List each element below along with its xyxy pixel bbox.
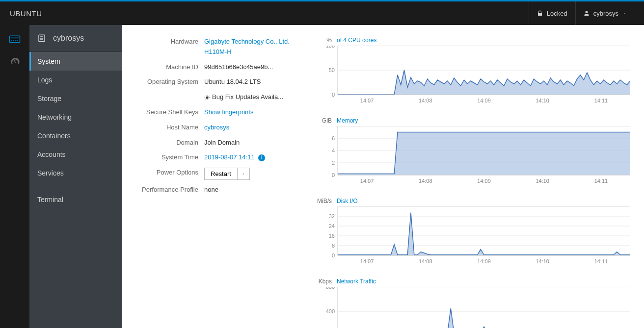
svg-point-9 xyxy=(206,96,209,99)
svg-text:14:10: 14:10 xyxy=(536,178,549,184)
chart-network-traffic: KbpsNetwork Traffic040080014:0714:0814:0… xyxy=(316,278,626,328)
locked-label: Locked xyxy=(547,10,567,17)
chart-title-link[interactable]: Memory xyxy=(337,117,358,124)
privileges-locked[interactable]: Locked xyxy=(529,1,575,25)
sidebar-item-services[interactable]: Services xyxy=(29,164,122,182)
svg-text:14:10: 14:10 xyxy=(536,258,549,264)
svg-text:14:08: 14:08 xyxy=(419,178,432,184)
hardware-value[interactable]: Gigabyte Technology Co., Ltd. H110M-H xyxy=(204,37,296,57)
domain-value[interactable]: Join Domain xyxy=(204,138,296,148)
svg-text:0: 0 xyxy=(332,92,335,98)
svg-rect-0 xyxy=(10,36,20,43)
svg-text:2: 2 xyxy=(332,160,335,166)
svg-text:14:08: 14:08 xyxy=(419,258,432,264)
svg-rect-58 xyxy=(338,287,630,328)
os-label: Operating System xyxy=(139,77,204,87)
svg-rect-4 xyxy=(17,40,18,41)
brand-label: UBUNTU xyxy=(10,9,42,18)
perf-label: Performance Profile xyxy=(139,185,204,195)
machine-id-value: 99d651b66e3c45ae9b... xyxy=(204,62,296,73)
user-menu[interactable]: cybrosys xyxy=(575,1,634,25)
svg-text:0: 0 xyxy=(332,252,335,258)
main-content: Hardware Gigabyte Technology Co., Ltd. H… xyxy=(122,25,644,328)
svg-text:6: 6 xyxy=(332,135,335,141)
svg-text:14:08: 14:08 xyxy=(419,98,432,103)
charts-panel: %of 4 CPU cores05010014:0714:0814:0914:1… xyxy=(316,37,626,316)
os-value: Ubuntu 18.04.2 LTS xyxy=(204,77,296,87)
chart-memory: GiBMemory024614:0714:0814:0914:1014:11 xyxy=(316,117,626,186)
svg-text:50: 50 xyxy=(329,67,335,73)
chart-title-link[interactable]: Network Traffic xyxy=(337,278,376,285)
systime-value[interactable]: 2019-08-07 14:11 i xyxy=(204,152,296,163)
ssh-label: Secure Shell Keys xyxy=(139,107,204,118)
user-icon xyxy=(584,10,590,16)
svg-text:8: 8 xyxy=(332,243,335,249)
info-icon: i xyxy=(258,154,265,161)
chart-unit: GiB xyxy=(316,117,332,124)
sidebar-item-accounts[interactable]: Accounts xyxy=(29,145,122,164)
sidebar-item-terminal[interactable]: Terminal xyxy=(29,190,122,209)
chart-disk-i-o: MiB/sDisk I/O0816243214:0714:0814:0914:1… xyxy=(316,198,626,266)
ssh-fingerprints-link[interactable]: Show fingerprints xyxy=(204,107,296,118)
machine-id-label: Machine ID xyxy=(139,62,204,73)
svg-text:14:09: 14:09 xyxy=(477,178,491,184)
svg-text:16: 16 xyxy=(329,233,335,239)
topbar: UBUNTU Locked cybrosys xyxy=(0,1,644,25)
svg-text:0: 0 xyxy=(332,172,335,178)
svg-text:32: 32 xyxy=(329,213,335,219)
chart-unit: Kbps xyxy=(316,278,332,285)
svg-text:14:09: 14:09 xyxy=(477,98,491,103)
svg-text:14:11: 14:11 xyxy=(594,178,608,184)
chart-of-4-cpu-cores: %of 4 CPU cores05010014:0714:0814:0914:1… xyxy=(316,37,626,105)
chart-svg: 040080014:0714:0814:0914:1014:11 xyxy=(316,287,630,328)
svg-text:14:07: 14:07 xyxy=(360,178,374,184)
svg-text:14:11: 14:11 xyxy=(594,98,608,103)
chart-unit: % xyxy=(316,37,332,44)
dashboard-icon[interactable] xyxy=(10,57,20,68)
sidebar-item-logs[interactable]: Logs xyxy=(29,71,122,89)
bug-icon xyxy=(204,95,210,101)
chart-svg: 05010014:0714:0814:0914:1014:11 xyxy=(316,46,630,105)
user-label: cybrosys xyxy=(593,10,618,17)
sidebar-item-containers[interactable]: Containers xyxy=(29,126,122,145)
svg-text:24: 24 xyxy=(329,223,335,229)
system-details: Hardware Gigabyte Technology Co., Ltd. H… xyxy=(139,37,296,316)
domain-label: Domain xyxy=(139,138,204,148)
svg-text:100: 100 xyxy=(326,46,335,49)
sidebar-item-networking[interactable]: Networking xyxy=(29,108,122,126)
sidebar-host-label: cybrosys xyxy=(53,34,84,43)
svg-rect-1 xyxy=(11,40,12,41)
chevron-down-icon xyxy=(622,11,626,15)
restart-button[interactable]: Restart xyxy=(204,168,238,180)
chart-svg: 0816243214:0714:0814:0914:1014:11 xyxy=(316,206,630,266)
chart-svg: 024614:0714:0814:0914:1014:11 xyxy=(316,126,630,186)
host-icon xyxy=(37,34,46,43)
svg-text:14:07: 14:07 xyxy=(360,98,374,103)
svg-text:14:10: 14:10 xyxy=(536,98,549,103)
sidebar-host-header[interactable]: cybrosys xyxy=(29,25,122,52)
svg-rect-2 xyxy=(13,40,14,41)
svg-rect-46 xyxy=(338,206,630,255)
chart-title-link[interactable]: Disk I/O xyxy=(337,198,358,204)
sidebar: cybrosys System Logs Storage Networking … xyxy=(29,25,122,328)
svg-text:800: 800 xyxy=(326,287,335,290)
lock-icon xyxy=(537,10,543,16)
hardware-label: Hardware xyxy=(139,37,204,57)
svg-text:14:11: 14:11 xyxy=(594,258,608,264)
perf-value: none xyxy=(204,185,296,195)
chart-unit: MiB/s xyxy=(316,198,332,204)
svg-text:4: 4 xyxy=(332,148,335,153)
chart-title-link[interactable]: of 4 CPU cores xyxy=(337,37,376,44)
systime-label: System Time xyxy=(139,152,204,163)
power-label: Power Options xyxy=(139,168,204,180)
sidebar-item-system[interactable]: System xyxy=(29,52,122,71)
hostname-label: Host Name xyxy=(139,123,204,133)
updates-value[interactable]: Bug Fix Updates Availa... xyxy=(204,92,296,102)
sidebar-item-storage[interactable]: Storage xyxy=(29,89,122,108)
svg-text:14:07: 14:07 xyxy=(360,258,374,264)
server-icon[interactable] xyxy=(9,35,21,45)
hostname-value[interactable]: cybrosys xyxy=(204,123,296,133)
svg-text:400: 400 xyxy=(326,308,335,314)
power-dropdown[interactable] xyxy=(238,168,250,180)
svg-text:14:09: 14:09 xyxy=(477,258,491,264)
